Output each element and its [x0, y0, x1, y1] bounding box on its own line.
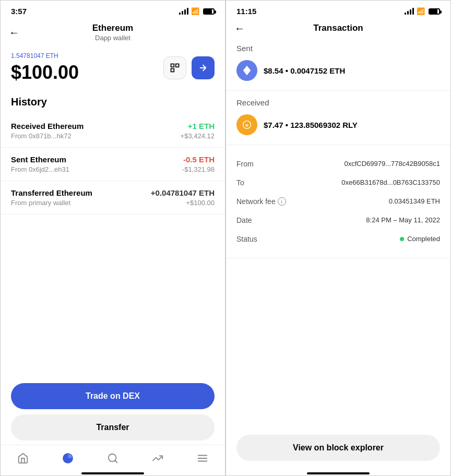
- fee-value: 0.03451349 ETH: [389, 197, 440, 205]
- qr-button[interactable]: [163, 56, 186, 79]
- back-button-2[interactable]: ←: [234, 22, 245, 34]
- status-bar-1: 3:57 📶: [1, 1, 225, 19]
- tx-right-2: +0.04781047 ETH +$100.00: [151, 188, 215, 207]
- status-icons-2: 📶: [405, 7, 440, 15]
- balance-section: 1.54781047 ETH $100.00: [1, 48, 225, 92]
- tx-status-row: Status Completed: [226, 230, 450, 248]
- wifi-icon-2: 📶: [417, 7, 425, 15]
- divider-2: [226, 145, 450, 145]
- wallet-header: ← Ethereum Dapp wallet: [1, 19, 225, 48]
- balance-info: 1.54781047 ETH $100.00: [11, 52, 79, 84]
- tx-left-0: Received Ethereum From 0x871b...hk72: [11, 122, 84, 140]
- date-label: Date: [236, 216, 252, 224]
- tx-details: From 0xcfCD69979...778c42B9058c1 To 0xe6…: [226, 148, 450, 255]
- tx-header: ← Transaction: [226, 19, 450, 40]
- eth-icon: [236, 60, 257, 81]
- battery-icon-1: [203, 8, 215, 15]
- tx-amount-0: +1 ETH: [181, 122, 215, 130]
- balance-eth: 1.54781047 ETH: [11, 52, 79, 59]
- send-button[interactable]: [192, 56, 215, 79]
- wallet-title-sub: Dapp wallet: [92, 34, 133, 42]
- nav-activity[interactable]: [146, 450, 170, 466]
- received-asset-value: $7.47 • 123.85069302 RLY: [264, 121, 358, 129]
- tx-usd-1: -$1,321.98: [182, 165, 215, 173]
- tx-from-1: From 0x6jd2...eh31: [11, 165, 69, 173]
- tx-left-1: Sent Ethereum From 0x6jd2...eh31: [11, 155, 69, 173]
- tx-right-0: +1 ETH +$3,424.12: [181, 122, 215, 140]
- status-bar-2: 11:15 📶: [226, 1, 450, 19]
- divider-3: [226, 258, 450, 258]
- table-row[interactable]: Sent Ethereum From 0x6jd2...eh31 -0.5 ET…: [1, 148, 225, 181]
- svg-line-13: [115, 460, 117, 462]
- history-title: History: [1, 92, 225, 114]
- status-time-2: 11:15: [236, 7, 256, 16]
- tx-left-2: Transferred Ethereum From primary wallet: [11, 188, 92, 207]
- nav-home[interactable]: [11, 450, 35, 466]
- action-buttons: Trade on DEX Transfer: [1, 377, 225, 445]
- tx-title: Transaction: [313, 23, 363, 33]
- svg-marker-17: [247, 66, 251, 73]
- tx-amount-1: -0.5 ETH: [182, 155, 215, 164]
- rly-icon: R: [236, 114, 257, 135]
- home-indicator-1: [81, 472, 144, 474]
- svg-text:R: R: [245, 123, 248, 128]
- divider-1: [226, 90, 450, 91]
- tx-title-main: Transaction: [313, 23, 363, 33]
- history-list: Received Ethereum From 0x871b...hk72 +1 …: [1, 114, 225, 377]
- wallet-title-main: Ethereum: [92, 23, 133, 33]
- received-label: Received: [226, 94, 450, 110]
- balance-usd: $100.00: [11, 62, 79, 84]
- status-value: Completed: [400, 235, 440, 243]
- nav-search[interactable]: [101, 450, 125, 466]
- balance-actions: [163, 56, 215, 79]
- signal-icon-2: [405, 8, 414, 15]
- tx-name-1: Sent Ethereum: [11, 155, 69, 164]
- svg-marker-18: [243, 66, 247, 73]
- nav-menu[interactable]: [191, 450, 215, 466]
- sent-asset-row: $8.54 • 0.0047152 ETH: [226, 56, 450, 87]
- fee-label: Network fee i: [236, 197, 286, 206]
- tx-amount-2: +0.04781047 ETH: [151, 188, 215, 197]
- date-value: 8:24 PM – May 11, 2022: [366, 216, 440, 224]
- fee-info-icon[interactable]: i: [278, 197, 286, 206]
- status-label: Status: [236, 235, 257, 243]
- signal-icon-1: [179, 8, 188, 15]
- table-row[interactable]: Transferred Ethereum From primary wallet…: [1, 181, 225, 215]
- tx-from-2: From primary wallet: [11, 199, 92, 207]
- transfer-button[interactable]: Transfer: [11, 414, 215, 441]
- svg-rect-1: [176, 64, 179, 67]
- trade-dex-button[interactable]: Trade on DEX: [11, 383, 215, 409]
- bottom-nav: [1, 445, 225, 469]
- screen-transaction: 11:15 📶 ← Transaction Sent: [225, 0, 451, 476]
- wifi-icon-1: 📶: [191, 7, 199, 15]
- back-button-1[interactable]: ←: [9, 27, 19, 39]
- nav-portfolio[interactable]: [56, 450, 80, 466]
- to-value: 0xe66B31678d...0B763C133750: [341, 178, 440, 186]
- view-explorer-button[interactable]: View on block explorer: [236, 435, 440, 461]
- status-completed: Completed: [400, 235, 440, 243]
- tx-from-0: From 0x871b...hk72: [11, 132, 84, 140]
- status-icons-1: 📶: [179, 7, 215, 15]
- table-row[interactable]: Received Ethereum From 0x871b...hk72 +1 …: [1, 114, 225, 148]
- tx-name-2: Transferred Ethereum: [11, 188, 92, 197]
- tx-name-0: Received Ethereum: [11, 122, 84, 130]
- battery-icon-2: [429, 8, 440, 15]
- tx-usd-2: +$100.00: [151, 199, 215, 207]
- received-asset-row: R $7.47 • 123.85069302 RLY: [226, 110, 450, 141]
- to-label: To: [236, 178, 244, 187]
- screen-wallet: 3:57 📶 ← Ethereum Dapp wallet: [0, 0, 225, 476]
- from-value: 0xcfCD69979...778c42B9058c1: [344, 160, 440, 168]
- status-dot: [400, 237, 404, 241]
- sent-asset-value: $8.54 • 0.0047152 ETH: [264, 66, 345, 75]
- tx-from-row: From 0xcfCD69979...778c42B9058c1: [226, 154, 450, 173]
- tx-right-1: -0.5 ETH -$1,321.98: [182, 155, 215, 173]
- tx-usd-0: +$3,424.12: [181, 132, 215, 140]
- status-time-1: 3:57: [11, 7, 27, 16]
- received-asset-info: $7.47 • 123.85069302 RLY: [264, 121, 358, 129]
- home-indicator-2: [307, 472, 370, 474]
- tx-to-row: To 0xe66B31678d...0B763C133750: [226, 173, 450, 192]
- wallet-title: Ethereum Dapp wallet: [92, 23, 133, 42]
- tx-date-row: Date 8:24 PM – May 11, 2022: [226, 211, 450, 230]
- from-label: From: [236, 160, 254, 168]
- sent-asset-info: $8.54 • 0.0047152 ETH: [264, 66, 345, 75]
